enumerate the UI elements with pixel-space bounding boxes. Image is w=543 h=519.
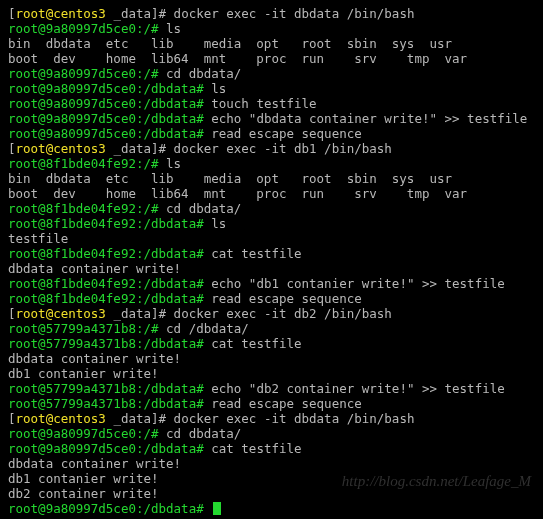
prompt: root@8f1bde04fe92:/# — [8, 156, 166, 171]
command: cd dbdata/ — [166, 426, 241, 441]
output: bin dbdata etc lib media opt root sbin s… — [8, 171, 452, 186]
prompt: [root@centos3 _data]# — [8, 306, 174, 321]
command: cat testfile — [211, 441, 301, 456]
prompt: root@8f1bde04fe92:/dbdata# — [8, 216, 211, 231]
prompt: [root@centos3 _data]# — [8, 6, 174, 21]
prompt: [root@centos3 _data]# — [8, 411, 174, 426]
prompt: root@9a80997d5ce0:/dbdata# — [8, 126, 211, 141]
command: touch testfile — [211, 96, 316, 111]
prompt: root@57799a4371b8:/dbdata# — [8, 396, 211, 411]
command: read escape sequence — [211, 396, 362, 411]
output: bin dbdata etc lib media opt root sbin s… — [8, 36, 452, 51]
command: ls — [166, 21, 181, 36]
command: cat testfile — [211, 246, 301, 261]
prompt: root@8f1bde04fe92:/dbdata# — [8, 291, 211, 306]
prompt: root@57799a4371b8:/dbdata# — [8, 336, 211, 351]
output: testfile — [8, 231, 68, 246]
output: boot dev home lib64 mnt proc run srv tmp… — [8, 51, 467, 66]
command: cd /dbdata/ — [166, 321, 249, 336]
prompt: root@9a80997d5ce0:/# — [8, 66, 166, 81]
prompt: root@9a80997d5ce0:/dbdata# — [8, 111, 211, 126]
command: ls — [211, 81, 226, 96]
command: ls — [211, 216, 226, 231]
output: db2 container write! — [8, 486, 159, 501]
prompt: root@9a80997d5ce0:/# — [8, 426, 166, 441]
prompt: root@57799a4371b8:/# — [8, 321, 166, 336]
command: echo "db2 container write!" >> testfile — [211, 381, 505, 396]
prompt: root@8f1bde04fe92:/# — [8, 201, 166, 216]
command: echo "db1 contanier write!" >> testfile — [211, 276, 505, 291]
command: docker exec -it db2 /bin/bash — [174, 306, 392, 321]
prompt: root@8f1bde04fe92:/dbdata# — [8, 276, 211, 291]
command: read escape sequence — [211, 291, 362, 306]
cursor-icon — [213, 502, 221, 515]
output: db1 contanier write! — [8, 366, 159, 381]
prompt: root@9a80997d5ce0:/dbdata# — [8, 501, 211, 516]
command: ls — [166, 156, 181, 171]
prompt: root@9a80997d5ce0:/dbdata# — [8, 81, 211, 96]
command: echo "dbdata container write!" >> testfi… — [211, 111, 527, 126]
terminal[interactable]: [root@centos3 _data]# docker exec -it db… — [8, 6, 535, 516]
output: db1 contanier write! — [8, 471, 159, 486]
prompt: root@8f1bde04fe92:/dbdata# — [8, 246, 211, 261]
output: dbdata container write! — [8, 351, 181, 366]
command: cat testfile — [211, 336, 301, 351]
output: dbdata container write! — [8, 456, 181, 471]
prompt: root@9a80997d5ce0:/# — [8, 21, 166, 36]
output: dbdata container write! — [8, 261, 181, 276]
prompt: root@9a80997d5ce0:/dbdata# — [8, 441, 211, 456]
command: cd dbdata/ — [166, 201, 241, 216]
command: cd dbdata/ — [166, 66, 241, 81]
prompt: root@9a80997d5ce0:/dbdata# — [8, 96, 211, 111]
prompt: [root@centos3 _data]# — [8, 141, 174, 156]
prompt: root@57799a4371b8:/dbdata# — [8, 381, 211, 396]
command: docker exec -it dbdata /bin/bash — [174, 411, 415, 426]
output: boot dev home lib64 mnt proc run srv tmp… — [8, 186, 467, 201]
command: read escape sequence — [211, 126, 362, 141]
command: docker exec -it dbdata /bin/bash — [174, 6, 415, 21]
command: docker exec -it db1 /bin/bash — [174, 141, 392, 156]
